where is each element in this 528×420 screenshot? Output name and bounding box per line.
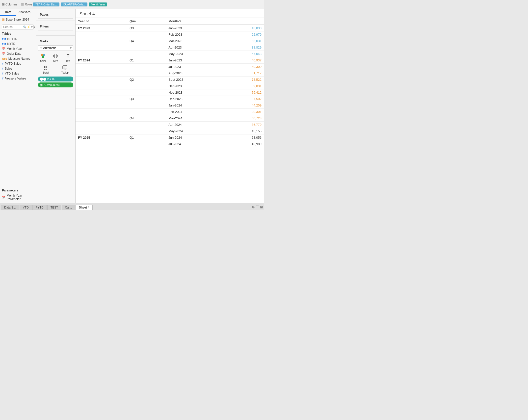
svg-point-3 <box>53 54 57 58</box>
mark-size-btn[interactable]: Size <box>50 53 61 62</box>
sheet-title: Sheet 4 <box>76 9 264 18</box>
sheet-tab-test[interactable]: TEST <box>47 205 61 210</box>
field-sales[interactable]: # Sales <box>0 66 36 71</box>
cell-year <box>76 128 127 134</box>
sheet-tab-cal---[interactable]: Cal... <box>62 205 75 210</box>
field-measure-names[interactable]: Abc Measure Names <box>0 56 36 61</box>
rows-grid-icon: ☰ <box>21 2 24 6</box>
cell-year <box>76 89 127 96</box>
field-ispytd[interactable]: ≠Tf isPYTD <box>0 36 36 41</box>
table-row: May-202357,043 <box>76 51 264 57</box>
cell-month: May-2024 <box>166 128 222 134</box>
search-input[interactable] <box>3 25 23 29</box>
cell-year <box>76 102 127 109</box>
grid-view-icon[interactable]: ⊞ <box>31 26 33 29</box>
table-row: Feb-202322,979 <box>76 31 264 38</box>
cell-value: 31,717 <box>222 70 264 77</box>
sum-sales-pill-label: SUM(Sales) <box>44 83 60 87</box>
isytd-pill[interactable]: ⬤⬤ isYTD <box>38 77 73 81</box>
calc-icon-ispytd: ≠Tf <box>2 37 6 40</box>
pages-section: Pages <box>36 9 75 21</box>
field-label-ispytd: isPYTD <box>7 37 17 41</box>
cell-value: 18,830 <box>222 25 264 31</box>
cell-year <box>76 122 127 128</box>
tooltip-icon <box>62 64 68 71</box>
tab-action-icons: ⊕ ☰ ⊞ <box>252 205 263 210</box>
sum-sales-pill[interactable]: ▦ SUM(Sales) <box>38 82 73 87</box>
main-area: Data Analytics ‹ ⊞ SuperStore_2024 🔍 ⚡ ⊞… <box>0 9 264 203</box>
cell-value: 59,831 <box>222 83 264 89</box>
monthyear-pill[interactable]: Month-Year <box>89 2 107 6</box>
dropdown-icon[interactable]: ▾ <box>34 26 35 29</box>
tab-data[interactable]: Data <box>0 9 16 16</box>
svg-rect-7 <box>44 69 45 70</box>
sheet-tab-ytd[interactable]: YTD <box>20 205 32 210</box>
field-ytd-sales[interactable]: # YTD Sales <box>0 71 36 76</box>
sidebar-collapse-arrow[interactable]: ‹ <box>33 9 36 16</box>
field-label-month-year: Month-Year <box>7 47 22 51</box>
table-row: Apr-202436,779 <box>76 122 264 128</box>
columns-grid-icon: ⊞ <box>2 2 5 6</box>
data-table-wrapper[interactable]: Year of .. Qua... Month-Y... FY 2023Q3Ja… <box>76 18 264 203</box>
header-value <box>222 18 264 25</box>
datasource-item[interactable]: ⊞ SuperStore_2024 <box>0 16 36 23</box>
filters-section: Filters <box>36 21 75 36</box>
cell-quarter <box>127 89 166 96</box>
mark-tooltip-btn[interactable]: Tooltip <box>57 64 74 74</box>
add-sheet-icon[interactable]: ⊕ <box>252 205 255 209</box>
mark-color-btn[interactable]: Color <box>38 53 48 62</box>
sheet-tab-pytd[interactable]: PYTD <box>32 205 47 210</box>
table-row: Q3Dec-202397,502 <box>76 96 264 102</box>
rows-section: ☰ Rows YEAR(Order Dat... QUARTER(Orde...… <box>21 2 107 6</box>
param-month-year[interactable]: 📅 Month-Year Parameter <box>0 193 36 202</box>
sheet-tabs: Data S...YTDPYTDTESTCal...Sheet 4 <box>1 205 93 210</box>
table-row: Feb-202420,301 <box>76 109 264 115</box>
sheet-list-icon[interactable]: ☰ <box>256 205 259 209</box>
search-icon[interactable]: 🔍 <box>23 26 26 29</box>
search-icons: 🔍 ⚡ ⊞ ▾ <box>23 26 35 29</box>
quarter-pill[interactable]: QUARTER(Orde... <box>61 2 87 6</box>
cell-value: 40,937 <box>222 57 264 64</box>
cell-month: Apr-2024 <box>166 122 222 128</box>
field-isytd[interactable]: ≠Tf isYTD <box>0 41 36 46</box>
cell-year <box>76 38 127 44</box>
svg-rect-10 <box>46 69 47 70</box>
field-label-sales: Sales <box>5 67 12 70</box>
cell-value: 79,412 <box>222 89 264 96</box>
mark-text-btn[interactable]: T Text <box>63 53 73 62</box>
filter-icon[interactable]: ⚡ <box>27 26 30 29</box>
tab-analytics[interactable]: Analytics <box>16 9 33 16</box>
hash-icon-pytdsales: # <box>2 62 3 65</box>
cell-year <box>76 64 127 70</box>
sum-sales-pill-icon: ▦ <box>40 83 43 87</box>
cell-year <box>76 96 127 102</box>
marks-pills-container: ⬤⬤ isYTD ▦ SUM(Sales) <box>38 77 73 87</box>
rows-label: Rows <box>25 3 32 6</box>
field-measure-values[interactable]: # Measure Values <box>0 76 36 81</box>
field-order-date[interactable]: 📅 Order Date <box>0 51 36 56</box>
detail-icon <box>43 64 50 71</box>
cell-month: Dec-2023 <box>166 96 222 102</box>
cell-year <box>76 115 127 122</box>
cell-value: 57,043 <box>222 51 264 57</box>
svg-rect-8 <box>46 66 47 67</box>
bottom-tabs: Data S...YTDPYTDTESTCal...Sheet 4 ⊕ ☰ ⊞ <box>0 203 264 210</box>
cell-month: May-2023 <box>166 51 222 57</box>
sheet-tab-data-s---[interactable]: Data S... <box>1 205 19 210</box>
mark-detail-btn[interactable]: Detail <box>38 64 55 74</box>
year-pill[interactable]: YEAR(Order Dat... <box>33 2 59 6</box>
field-pytd-sales[interactable]: # PYTD Sales <box>0 61 36 66</box>
tables-section-title: Tables <box>0 31 36 36</box>
marks-type-dropdown[interactable]: ⊞ Automatic ▾ <box>38 45 73 51</box>
cell-year: FY 2025 <box>76 134 127 141</box>
sheet-arrange-icon[interactable]: ⊞ <box>260 205 263 209</box>
color-label: Color <box>40 60 46 62</box>
sheet-tab-sheet-4[interactable]: Sheet 4 <box>76 205 93 210</box>
filters-title: Filters <box>38 23 73 30</box>
cell-quarter: Q2 <box>127 77 166 83</box>
marks-row2: Detail Tooltip <box>38 64 73 74</box>
search-box[interactable]: 🔍 ⚡ ⊞ ▾ <box>2 25 34 29</box>
text-icon: T <box>65 53 71 59</box>
field-month-year[interactable]: 📅 Month-Year <box>0 46 36 51</box>
header-quarter: Qua... <box>127 18 166 25</box>
